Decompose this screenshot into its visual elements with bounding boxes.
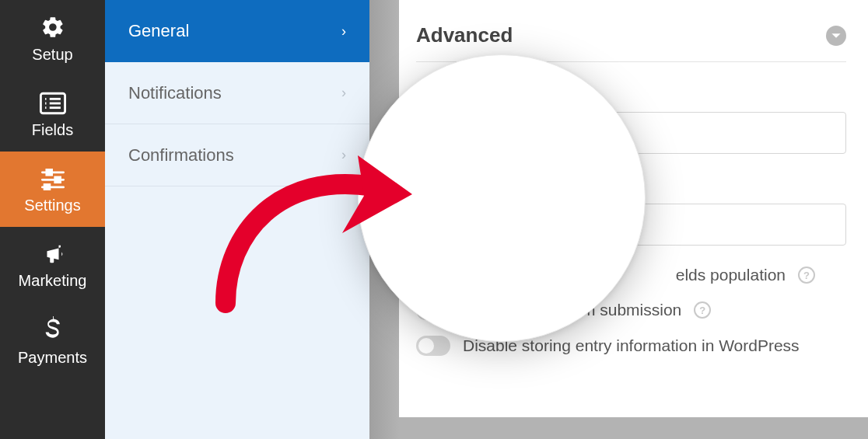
- submenu-label: Confirmations: [128, 145, 234, 165]
- nav-label: Fields: [0, 121, 105, 139]
- nav-item-marketing[interactable]: Marketing: [0, 227, 105, 302]
- toggle-disable-store[interactable]: [416, 336, 450, 356]
- bullhorn-icon: [37, 241, 68, 267]
- gear-icon: [37, 14, 68, 40]
- list-icon: [37, 90, 68, 117]
- nav-item-fields[interactable]: Fields: [0, 76, 105, 152]
- svg-rect-12: [44, 185, 50, 190]
- chevron-right-icon: ›: [341, 85, 346, 101]
- help-icon[interactable]: ?: [798, 267, 815, 284]
- nav-item-payments[interactable]: Payments: [0, 302, 105, 379]
- toggle-ajax[interactable]: [416, 300, 450, 320]
- submit-css-class-field: Submit Button CSS Class: [416, 174, 846, 246]
- nav-label: Setup: [0, 46, 105, 64]
- toggle-label: Enable AJAX form submission: [463, 301, 681, 319]
- svg-rect-10: [54, 177, 60, 183]
- left-nav: Setup Fields Settings Marketing Payments: [0, 0, 105, 439]
- submenu-item-notifications[interactable]: Notifications ›: [105, 62, 369, 124]
- dollar-icon: [37, 316, 68, 343]
- submenu-item-general[interactable]: General ›: [105, 0, 369, 62]
- section-title: Advanced: [416, 23, 513, 47]
- form-css-class-input[interactable]: [416, 112, 846, 154]
- field-label: Form CSS Class ?: [416, 82, 846, 103]
- toggle-row-fields-population: elds population ?: [416, 266, 846, 284]
- toggle-row-disable-store: Disable storing entry information in Wor…: [416, 336, 846, 356]
- chevron-down-icon[interactable]: [826, 26, 846, 46]
- form-css-class-field: Form CSS Class ?: [416, 82, 846, 154]
- nav-item-settings[interactable]: Settings: [0, 152, 105, 227]
- svg-rect-8: [46, 169, 51, 175]
- field-label: Submit Button CSS Class: [416, 174, 846, 194]
- toggle-label: elds population: [676, 266, 786, 284]
- submenu-label: General: [128, 21, 189, 41]
- nav-label: Payments: [0, 349, 105, 367]
- toggle-row-ajax: Enable AJAX form submission ?: [416, 300, 846, 320]
- chevron-right-icon: ›: [341, 23, 346, 40]
- chevron-right-icon: ›: [341, 147, 346, 163]
- settings-panel: Advanced Form CSS Class ? Submit Button …: [399, 0, 868, 439]
- toggle-label: Disable storing entry information in Wor…: [463, 336, 800, 355]
- label-text: Form CSS Class: [416, 82, 544, 103]
- shadow-strip: [369, 0, 399, 439]
- submenu-item-confirmations[interactable]: Confirmations ›: [105, 124, 369, 186]
- section-header[interactable]: Advanced: [416, 23, 846, 62]
- help-icon[interactable]: ?: [694, 301, 711, 319]
- submenu-label: Notifications: [128, 83, 222, 103]
- sliders-icon: [37, 165, 68, 192]
- nav-item-setup[interactable]: Setup: [0, 0, 105, 76]
- help-icon[interactable]: ?: [550, 84, 567, 101]
- nav-label: Settings: [0, 197, 105, 214]
- submit-css-class-input[interactable]: [416, 204, 846, 246]
- panel-bottom-shadow: [399, 417, 868, 439]
- label-text: Submit Button CSS Class: [416, 174, 611, 194]
- settings-submenu: General › Notifications › Confirmations …: [105, 0, 369, 439]
- nav-label: Marketing: [0, 272, 105, 290]
